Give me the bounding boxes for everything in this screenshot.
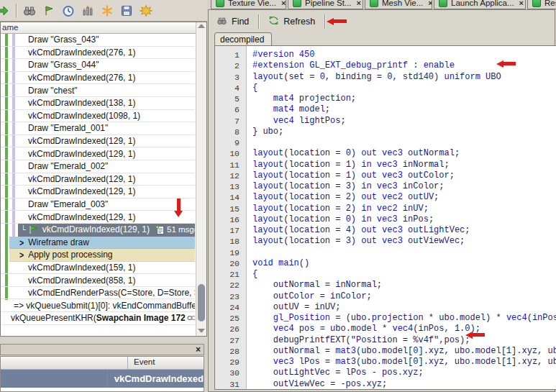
line-number: 13 (215, 181, 246, 192)
line-number: 11 (215, 160, 246, 170)
docking-tab-res[interactable]: Res... (527, 0, 556, 9)
docking-tab-pipelinest[interactable]: Pipeline St...× (288, 0, 363, 9)
event-row[interactable]: Draw "Emerald_003" (1, 199, 195, 211)
event-row-label: vkQueuePresentKHR( (11, 313, 96, 323)
event-row-label: vkCmdDrawIndexed(129, 1) (42, 224, 150, 234)
tab-decompiled[interactable]: decompiled (214, 32, 272, 46)
docking-tab-meshvie[interactable]: Mesh Vie...× (365, 0, 432, 9)
event-row[interactable]: vkCmdDrawIndexed(129, 1) (1, 173, 195, 186)
event-row[interactable]: vkCmdDrawIndexed(159, 1) (1, 262, 195, 275)
marker-row[interactable]: >Apply post processing (9, 249, 195, 262)
messages-table-selected-row[interactable]: vkCmdDrawIndexed (1, 370, 204, 388)
event-row[interactable]: vkCmdDrawIndexed(129, 1) (1, 211, 195, 224)
event-row[interactable]: Draw "chest" (1, 84, 195, 97)
event-row-label: vkCmdDrawIndexed(276, 1) (28, 47, 135, 58)
expand-chevron-icon[interactable]: > (19, 250, 24, 260)
event-browser-name-column-header[interactable]: ame (1, 22, 206, 34)
shader-source-view[interactable]: 1234567891011121314151617181920212223242… (214, 45, 556, 390)
line-number: 19 (215, 247, 246, 258)
event-row[interactable]: vkCmdDrawIndexed(129, 1) (1, 135, 195, 148)
current-event-flag-icon (29, 225, 42, 234)
tab-close-icon[interactable]: × (281, 0, 286, 7)
line-number: 23 (215, 291, 246, 302)
event-row-label: Wireframe draw (28, 237, 89, 247)
event-row[interactable]: Draw "Emerald_002" (1, 160, 195, 173)
event-row-label: Draw "chest" (28, 86, 78, 96)
event-row[interactable]: vkCmdEndRenderPass(C=Store, D=Store, S=.… (1, 287, 195, 300)
refresh-button[interactable]: Refresh (262, 13, 322, 30)
event-row-label: Draw "Emerald_002" (28, 161, 108, 171)
line-number: 27 (215, 335, 246, 346)
scroll-up-icon[interactable] (198, 24, 205, 28)
shader-viewer-toolbar: Find Refresh (210, 12, 325, 31)
line-number: 15 (215, 204, 246, 214)
docking-tab-texturevie[interactable]: Texture Vie...× (211, 0, 286, 9)
close-icon[interactable]: × (196, 345, 201, 355)
event-row[interactable]: vkCmdDrawIndexed(276, 1) (1, 47, 195, 60)
event-row[interactable]: vkCmdDrawIndexed(276, 1) (1, 72, 195, 85)
event-row[interactable]: vkCmdDrawIndexed(858, 1) (1, 274, 195, 287)
shader-source-code: #version 450#extension GL_EXT_debug_prin… (247, 46, 556, 389)
extensions-icon[interactable] (140, 4, 152, 17)
timer-icon[interactable] (62, 4, 75, 17)
code-line: #version 450 (252, 50, 556, 60)
event-row-label: Swapchain Image 172 (96, 313, 186, 323)
event-row-label: Draw "Emerald_001" (28, 123, 108, 133)
resource-link-icon[interactable] (186, 314, 195, 322)
marker-row[interactable]: >Wireframe draw (9, 237, 195, 250)
tab-label: Mesh Vie... (382, 0, 423, 7)
tree-branch-glyph: └ (21, 225, 26, 234)
event-browser-panel: ame Draw "Grass_043"vkCmdDrawIndexed(276… (0, 22, 207, 337)
event-row-label: vkCmdEndRenderPass(C=Store, D=Store, S=.… (28, 288, 195, 298)
event-row-label: vkCmdDrawIndexed(276, 1) (28, 73, 135, 83)
line-number: 8 (215, 127, 246, 137)
find-button[interactable]: Find (210, 14, 255, 30)
expand-chevron-icon[interactable]: > (19, 237, 24, 247)
event-row-label: vkCmdDrawIndexed(129, 1) (28, 136, 135, 146)
event-row[interactable]: Draw "Grass_044" (1, 59, 195, 72)
line-number: 16 (215, 214, 246, 225)
toolbar-separator (16, 4, 17, 18)
event-row-label: vkCmdDrawIndexed(129, 1) (28, 149, 135, 159)
code-line: vec4 pos = ubo.model * vec4(inPos, 1.0); (252, 324, 556, 334)
line-number: 30 (215, 368, 246, 378)
event-row[interactable]: vkCmdDrawIndexed(138, 1) (1, 97, 195, 110)
debug-messages-badge[interactable]: 51 msg(s) (155, 225, 195, 234)
line-number-gutter: 1234567891011121314151617181920212223242… (215, 46, 247, 389)
event-row-label: Apply post processing (28, 250, 112, 260)
line-number: 26 (215, 324, 246, 334)
scrollbar-thumb[interactable] (198, 284, 205, 322)
event-row[interactable]: vkQueuePresentKHR( Swapchain Image 172) (1, 312, 195, 325)
code-line: layout(location = 4) out vec3 outLightVe… (252, 225, 556, 236)
tab-close-icon[interactable]: × (357, 0, 361, 7)
resolve-icon[interactable] (101, 4, 114, 17)
event-row[interactable]: vkCmdDrawIndexed(1098, 1) (1, 110, 195, 123)
event-row[interactable]: => vkQueueSubmit(1)[0]: vkEndCommandBuff… (1, 299, 195, 312)
event-row-selected[interactable]: └vkCmdDrawIndexed(129, 1)51 msg(s) (18, 224, 195, 237)
line-number: 9 (215, 137, 246, 148)
save-icon[interactable] (120, 4, 133, 17)
messages-table: Event vkCmdDrawIndexed (0, 356, 204, 392)
event-row-label: vkCmdDrawIndexed(1098, 1) (28, 111, 140, 121)
event-row-label: Draw "Grass_044" (28, 60, 99, 70)
tab-close-icon[interactable]: × (428, 0, 432, 7)
event-row[interactable]: vkCmdDrawIndexed(129, 1) (1, 147, 195, 160)
find-icon[interactable] (23, 4, 36, 17)
line-number: 3 (215, 72, 246, 83)
event-row[interactable]: Draw "Grass_043" (1, 34, 195, 47)
scroll-down-icon[interactable] (198, 329, 205, 333)
tab-close-icon[interactable]: × (519, 0, 524, 7)
bookmark-flag-icon[interactable] (42, 4, 55, 17)
event-row-label: Draw "Grass_043" (28, 35, 99, 45)
window-icon (216, 0, 224, 7)
tab-label: Launch Applica... (451, 0, 514, 7)
event-browser-toolbar (0, 0, 207, 22)
event-row[interactable]: vkCmdDrawIndexed(129, 1) (1, 186, 195, 199)
event-browser-scrollbar[interactable] (196, 22, 206, 336)
docking-tab-launchapplica[interactable]: Launch Applica...× (434, 0, 526, 9)
event-row[interactable]: Draw "Emerald_001" (1, 122, 195, 135)
statistics-icon[interactable] (81, 4, 94, 17)
toolbar-separator (324, 14, 325, 29)
goto-arrow-icon[interactable] (0, 4, 9, 17)
tab-label: Res... (544, 0, 556, 7)
